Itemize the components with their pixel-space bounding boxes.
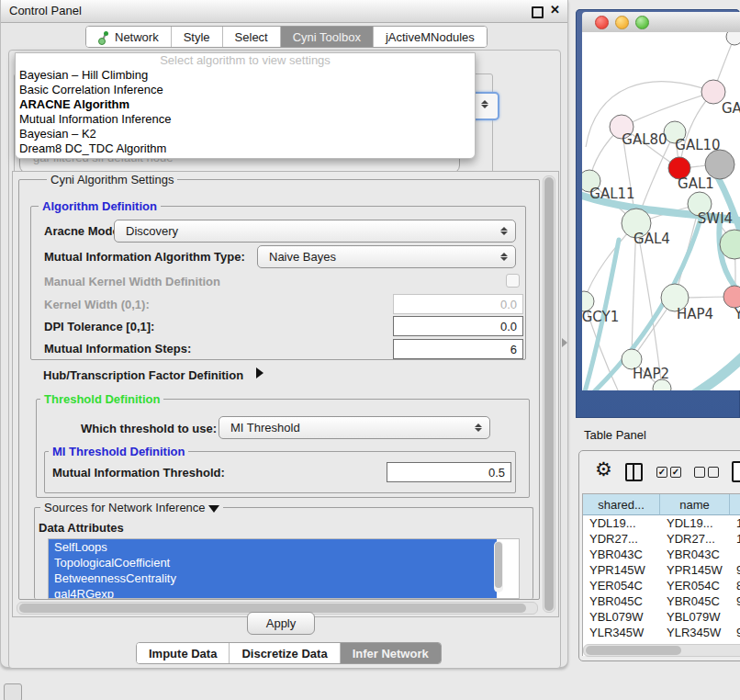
tab-label: Impute Data xyxy=(149,647,217,660)
kernel-width-value: 0.0 xyxy=(500,298,517,311)
tab-cyni-toolbox[interactable]: Cyni Toolbox xyxy=(281,27,374,47)
bottom-tab-impute-data[interactable]: Impute Data xyxy=(137,643,230,663)
mi-threshold-group-title: MI Threshold Definition xyxy=(49,445,188,458)
table-row[interactable]: YBR045CYBR045C9. xyxy=(583,593,740,609)
column-layout-icon[interactable] xyxy=(625,463,643,481)
combo-stepper-icon xyxy=(499,253,508,261)
algorithm-option[interactable]: Dream8 DC_TDC Algorithm xyxy=(16,141,475,156)
table-cell: YLR345W xyxy=(583,626,660,639)
gear-icon[interactable]: ⚙ xyxy=(595,458,612,480)
close-icon[interactable]: ✕ xyxy=(550,3,560,17)
table-row[interactable]: YER054CYER054C8. xyxy=(583,578,740,593)
zoom-traffic-light[interactable] xyxy=(635,16,649,29)
hub-definition-label: Hub/Transcription Factor Definition xyxy=(43,368,243,382)
mi-type-combo[interactable]: Naive Bayes xyxy=(257,245,516,268)
algorithm-option[interactable]: Mutual Information Inference xyxy=(16,112,475,127)
list-scrollbar-thumb[interactable] xyxy=(495,542,502,588)
deselect-checkbox-icon[interactable] xyxy=(708,467,719,478)
kernel-width-field[interactable]: 0.0 xyxy=(393,294,523,314)
network-node[interactable] xyxy=(726,32,740,45)
mi-steps-field[interactable]: 6 xyxy=(393,339,523,359)
algorithm-option[interactable]: Bayesian – Hill Climbing xyxy=(16,68,475,83)
splitpane-handle-icon[interactable] xyxy=(562,338,567,347)
apply-label: Apply xyxy=(266,616,297,630)
deselect-checkbox-icon[interactable] xyxy=(694,467,705,478)
column-header[interactable]: shared... xyxy=(583,494,660,515)
aracne-mode-combo[interactable]: Discovery xyxy=(114,220,516,243)
algorithm-option[interactable]: ARACNE Algorithm xyxy=(16,97,475,112)
sources-collapse-icon[interactable] xyxy=(208,505,219,513)
select-all-checkbox-icon[interactable]: ✓ xyxy=(670,467,681,478)
tab-network[interactable]: Network xyxy=(86,27,172,47)
dpi-tolerance-label: DPI Tolerance [0,1]: xyxy=(44,320,154,333)
table-panel-title: Table Panel xyxy=(584,428,646,442)
minimize-traffic-light[interactable] xyxy=(615,16,629,29)
network-node-label: HAP4 xyxy=(677,306,713,322)
network-window-titlebar[interactable] xyxy=(582,12,740,33)
new-table-icon[interactable] xyxy=(732,461,740,482)
bottom-tab-discretize-data[interactable]: Discretize Data xyxy=(230,643,340,663)
network-node-label: HAP2 xyxy=(633,366,669,382)
tab-label: Discretize Data xyxy=(241,647,327,660)
bottom-tab-infer-network[interactable]: Infer Network xyxy=(341,643,441,663)
scrollbar-thumb[interactable] xyxy=(586,646,681,655)
network-node-label: GAL xyxy=(722,100,740,117)
which-threshold-combo[interactable]: MI Threshold xyxy=(219,416,490,439)
tab-label: Infer Network xyxy=(353,647,429,660)
table-cell: YDL19... xyxy=(583,516,660,530)
table-horizontal-scrollbar[interactable] xyxy=(583,644,740,657)
table-row[interactable]: YLR345WYLR345W9. xyxy=(583,625,740,640)
table-cell: 8. xyxy=(730,579,740,593)
aracne-mode-label: Aracne Mode: xyxy=(44,224,123,238)
algorithm-definition-title: Algorithm Definition xyxy=(39,199,161,213)
mi-threshold-label: Mutual Information Threshold: xyxy=(52,466,225,480)
attribute-item[interactable]: SelfLoops xyxy=(49,539,497,555)
cyni-algorithm-settings-group: Cyni Algorithm Settings Algorithm Defini… xyxy=(18,179,540,600)
network-node-label: GAL4 xyxy=(633,231,670,247)
minimized-panel-icon[interactable] xyxy=(4,683,22,700)
scrollbar-thumb[interactable] xyxy=(544,177,554,611)
node-table: shared...name YDL19...YDL19...13YDR27...… xyxy=(582,493,740,656)
mi-threshold-field[interactable]: 0.5 xyxy=(387,462,511,482)
list-scrollbar[interactable] xyxy=(494,541,503,593)
kernel-width-label: Kernel Width (0,1): xyxy=(44,298,150,311)
tab-jactivemnodules[interactable]: jActiveMNodules xyxy=(374,27,487,47)
control-panel-titlebar[interactable]: Control Panel ✕ xyxy=(1,0,567,23)
network-view-window: GALGAL80GAL10GAL1GAL11SWI4GAL4GCY1HAP4YH… xyxy=(576,9,740,418)
table-row[interactable]: YBR043CYBR043C xyxy=(583,547,740,562)
float-window-icon[interactable] xyxy=(532,6,544,18)
table-cell: 13 xyxy=(730,516,740,530)
algorithm-option[interactable]: Bayesian – K2 xyxy=(16,127,475,141)
algorithm-option[interactable]: Basic Correlation Inference xyxy=(16,83,475,97)
data-attributes-list[interactable]: SelfLoopsTopologicalCoefficientBetweenne… xyxy=(48,538,520,599)
close-traffic-light[interactable] xyxy=(595,16,609,29)
popup-placeholder: Select algorithm to view settings xyxy=(16,53,475,68)
which-threshold-label: Which threshold to use: xyxy=(81,422,217,435)
vertical-scrollbar[interactable] xyxy=(543,175,555,613)
table-cell: 9. xyxy=(730,594,740,608)
sources-title: Sources for Network Inference xyxy=(40,501,223,514)
apply-button[interactable]: Apply xyxy=(247,612,315,635)
hub-expand-icon[interactable] xyxy=(256,367,263,378)
attribute-item[interactable]: gal4RGexp xyxy=(49,586,497,599)
table-row[interactable]: YDR27...YDR27...12 xyxy=(583,531,740,547)
attribute-item[interactable]: BetweennessCentrality xyxy=(49,570,497,586)
tab-style[interactable]: Style xyxy=(172,27,223,47)
manual-kernel-checkbox[interactable] xyxy=(506,274,520,288)
select-all-checkbox-icon[interactable]: ✓ xyxy=(656,467,667,478)
column-header[interactable]: name xyxy=(660,494,730,515)
table-cell: 9. xyxy=(730,563,740,577)
table-header-row: shared...name xyxy=(583,494,740,515)
dpi-tolerance-field[interactable]: 0.0 xyxy=(393,316,523,336)
table-cell: YER054C xyxy=(660,579,730,593)
threshold-definition-group: Threshold Definition Which threshold to … xyxy=(36,399,530,498)
network-canvas[interactable]: GALGAL80GAL10GAL1GAL11SWI4GAL4GCY1HAP4YH… xyxy=(582,32,740,390)
attribute-item[interactable]: TopologicalCoefficient xyxy=(49,555,497,570)
table-row[interactable]: YBL079WYBL079W xyxy=(583,609,740,625)
table-row[interactable]: YPR145WYPR145W9. xyxy=(583,562,740,578)
tab-label: Network xyxy=(115,30,159,44)
column-header[interactable] xyxy=(730,494,740,515)
network-node[interactable] xyxy=(723,286,740,308)
table-row[interactable]: YDL19...YDL19...13 xyxy=(583,515,740,531)
tab-select[interactable]: Select xyxy=(223,27,281,47)
